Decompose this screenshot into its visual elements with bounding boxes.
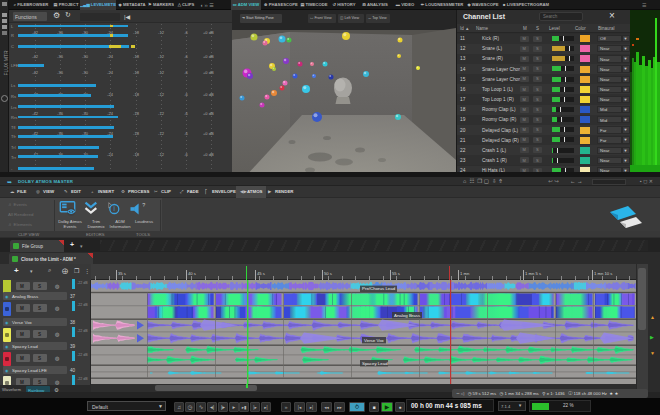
svg-text:Analog Brass: Analog Brass bbox=[394, 313, 421, 318]
svg-text:Spacey Lead: Spacey Lead bbox=[362, 361, 388, 366]
svg-text:Pre/Chorus Lead: Pre/Chorus Lead bbox=[362, 286, 396, 291]
svg-text:i: i bbox=[114, 205, 115, 212]
svg-text:Verse Vox: Verse Vox bbox=[364, 338, 385, 343]
svg-text:?: ? bbox=[142, 202, 145, 208]
